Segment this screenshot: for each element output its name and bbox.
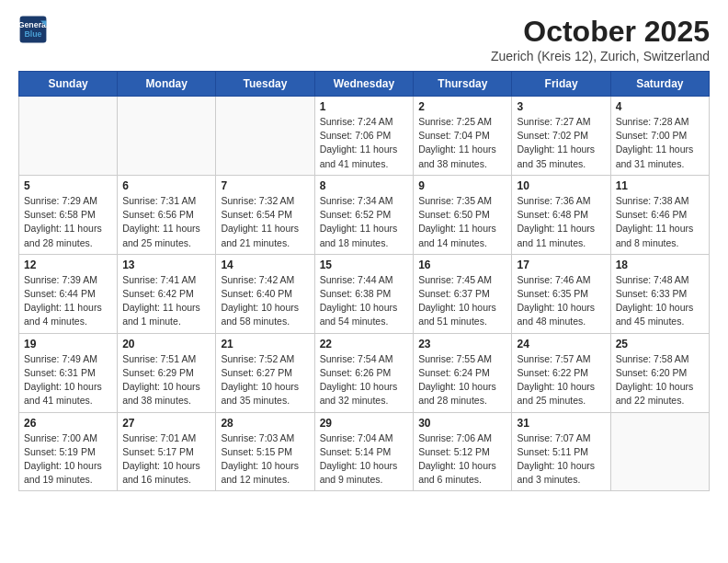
day-info: Sunrise: 7:45 AMSunset: 6:37 PMDaylight:… bbox=[418, 273, 506, 329]
day-info: Sunrise: 7:36 AMSunset: 6:48 PMDaylight:… bbox=[517, 194, 605, 250]
col-friday: Friday bbox=[512, 72, 610, 97]
calendar-cell: 10Sunrise: 7:36 AMSunset: 6:48 PMDayligh… bbox=[512, 175, 610, 254]
calendar-cell: 29Sunrise: 7:04 AMSunset: 5:14 PMDayligh… bbox=[314, 412, 414, 491]
location: Zuerich (Kreis 12), Zurich, Switzerland bbox=[491, 49, 710, 63]
calendar-cell: 13Sunrise: 7:41 AMSunset: 6:42 PMDayligh… bbox=[118, 254, 216, 333]
calendar-cell: 15Sunrise: 7:44 AMSunset: 6:38 PMDayligh… bbox=[314, 254, 414, 333]
day-info: Sunrise: 7:04 AMSunset: 5:14 PMDaylight:… bbox=[320, 431, 409, 488]
day-info: Sunrise: 7:28 AMSunset: 7:00 PMDaylight:… bbox=[616, 115, 704, 171]
day-number: 4 bbox=[616, 100, 704, 113]
day-number: 22 bbox=[320, 338, 409, 350]
day-info: Sunrise: 7:38 AMSunset: 6:46 PMDaylight:… bbox=[616, 194, 704, 250]
day-number: 1 bbox=[320, 100, 409, 113]
day-number: 30 bbox=[418, 417, 506, 430]
col-thursday: Thursday bbox=[414, 72, 512, 97]
calendar-cell: 1Sunrise: 7:24 AMSunset: 7:06 PMDaylight… bbox=[314, 97, 414, 176]
day-number: 8 bbox=[320, 179, 409, 192]
day-info: Sunrise: 7:57 AMSunset: 6:22 PMDaylight:… bbox=[517, 352, 605, 408]
day-number: 10 bbox=[517, 179, 605, 192]
day-number: 3 bbox=[517, 100, 605, 113]
calendar-week-3: 12Sunrise: 7:39 AMSunset: 6:44 PMDayligh… bbox=[19, 254, 710, 333]
day-info: Sunrise: 7:46 AMSunset: 6:35 PMDaylight:… bbox=[517, 273, 605, 329]
title-area: October 2025 Zuerich (Kreis 12), Zurich,… bbox=[491, 15, 710, 63]
calendar-cell: 26Sunrise: 7:00 AMSunset: 5:19 PMDayligh… bbox=[19, 412, 118, 491]
day-number: 9 bbox=[418, 179, 506, 192]
calendar-cell: 23Sunrise: 7:55 AMSunset: 6:24 PMDayligh… bbox=[414, 333, 512, 412]
calendar-cell: 7Sunrise: 7:32 AMSunset: 6:54 PMDaylight… bbox=[216, 175, 314, 254]
day-info: Sunrise: 7:07 AMSunset: 5:11 PMDaylight:… bbox=[517, 431, 605, 488]
day-info: Sunrise: 7:54 AMSunset: 6:26 PMDaylight:… bbox=[320, 352, 409, 408]
day-number: 17 bbox=[517, 259, 605, 271]
calendar-cell: 22Sunrise: 7:54 AMSunset: 6:26 PMDayligh… bbox=[314, 333, 414, 412]
calendar-cell: 20Sunrise: 7:51 AMSunset: 6:29 PMDayligh… bbox=[118, 333, 216, 412]
col-monday: Monday bbox=[118, 72, 216, 97]
svg-text:Blue: Blue bbox=[24, 29, 41, 39]
day-info: Sunrise: 7:49 AMSunset: 6:31 PMDaylight:… bbox=[24, 352, 112, 408]
calendar-cell: 6Sunrise: 7:31 AMSunset: 6:56 PMDaylight… bbox=[118, 175, 216, 254]
calendar-cell: 28Sunrise: 7:03 AMSunset: 5:15 PMDayligh… bbox=[216, 412, 314, 491]
day-info: Sunrise: 7:03 AMSunset: 5:15 PMDaylight:… bbox=[221, 431, 309, 488]
calendar-cell bbox=[216, 97, 314, 176]
day-info: Sunrise: 7:06 AMSunset: 5:12 PMDaylight:… bbox=[418, 431, 506, 488]
calendar-cell: 16Sunrise: 7:45 AMSunset: 6:37 PMDayligh… bbox=[414, 254, 512, 333]
calendar-cell bbox=[610, 412, 709, 491]
day-info: Sunrise: 7:39 AMSunset: 6:44 PMDaylight:… bbox=[24, 273, 112, 329]
day-info: Sunrise: 7:24 AMSunset: 7:06 PMDaylight:… bbox=[320, 115, 409, 171]
calendar-cell bbox=[19, 97, 118, 176]
day-info: Sunrise: 7:01 AMSunset: 5:17 PMDaylight:… bbox=[122, 431, 210, 488]
col-sunday: Sunday bbox=[19, 72, 118, 97]
calendar-cell: 12Sunrise: 7:39 AMSunset: 6:44 PMDayligh… bbox=[19, 254, 118, 333]
day-info: Sunrise: 7:41 AMSunset: 6:42 PMDaylight:… bbox=[122, 273, 210, 329]
col-saturday: Saturday bbox=[610, 72, 709, 97]
calendar-cell: 3Sunrise: 7:27 AMSunset: 7:02 PMDaylight… bbox=[512, 97, 610, 176]
month-title: October 2025 bbox=[491, 15, 710, 49]
day-number: 16 bbox=[418, 259, 506, 271]
day-info: Sunrise: 7:52 AMSunset: 6:27 PMDaylight:… bbox=[221, 352, 309, 408]
calendar-table: Sunday Monday Tuesday Wednesday Thursday… bbox=[18, 71, 710, 491]
calendar-cell: 8Sunrise: 7:34 AMSunset: 6:52 PMDaylight… bbox=[314, 175, 414, 254]
calendar-week-1: 1Sunrise: 7:24 AMSunset: 7:06 PMDaylight… bbox=[19, 97, 710, 176]
calendar-cell: 30Sunrise: 7:06 AMSunset: 5:12 PMDayligh… bbox=[414, 412, 512, 491]
page-header: General Blue October 2025 Zuerich (Kreis… bbox=[18, 15, 710, 63]
day-number: 25 bbox=[616, 338, 704, 350]
day-number: 2 bbox=[418, 100, 506, 113]
col-tuesday: Tuesday bbox=[216, 72, 314, 97]
day-info: Sunrise: 7:51 AMSunset: 6:29 PMDaylight:… bbox=[122, 352, 210, 408]
calendar-week-5: 26Sunrise: 7:00 AMSunset: 5:19 PMDayligh… bbox=[19, 412, 710, 491]
day-info: Sunrise: 7:35 AMSunset: 6:50 PMDaylight:… bbox=[418, 194, 506, 250]
calendar-cell: 18Sunrise: 7:48 AMSunset: 6:33 PMDayligh… bbox=[610, 254, 709, 333]
day-info: Sunrise: 7:25 AMSunset: 7:04 PMDaylight:… bbox=[418, 115, 506, 171]
day-info: Sunrise: 7:55 AMSunset: 6:24 PMDaylight:… bbox=[418, 352, 506, 408]
day-number: 27 bbox=[122, 417, 210, 430]
day-number: 29 bbox=[320, 417, 409, 430]
calendar-cell: 11Sunrise: 7:38 AMSunset: 6:46 PMDayligh… bbox=[610, 175, 709, 254]
calendar-week-2: 5Sunrise: 7:29 AMSunset: 6:58 PMDaylight… bbox=[19, 175, 710, 254]
day-number: 5 bbox=[24, 179, 112, 192]
day-info: Sunrise: 7:42 AMSunset: 6:40 PMDaylight:… bbox=[221, 273, 309, 329]
calendar-cell: 31Sunrise: 7:07 AMSunset: 5:11 PMDayligh… bbox=[512, 412, 610, 491]
day-info: Sunrise: 7:58 AMSunset: 6:20 PMDaylight:… bbox=[616, 352, 704, 408]
day-number: 23 bbox=[418, 338, 506, 350]
day-number: 13 bbox=[122, 259, 210, 271]
calendar-header-row: Sunday Monday Tuesday Wednesday Thursday… bbox=[19, 72, 710, 97]
calendar-cell bbox=[118, 97, 216, 176]
day-number: 21 bbox=[221, 338, 309, 350]
day-number: 11 bbox=[616, 179, 704, 192]
day-info: Sunrise: 7:29 AMSunset: 6:58 PMDaylight:… bbox=[24, 194, 112, 250]
day-info: Sunrise: 7:32 AMSunset: 6:54 PMDaylight:… bbox=[221, 194, 309, 250]
day-info: Sunrise: 7:34 AMSunset: 6:52 PMDaylight:… bbox=[320, 194, 409, 250]
day-number: 19 bbox=[24, 338, 112, 350]
day-number: 14 bbox=[221, 259, 309, 271]
logo-icon: General Blue bbox=[18, 15, 48, 44]
day-number: 12 bbox=[24, 259, 112, 271]
day-info: Sunrise: 7:00 AMSunset: 5:19 PMDaylight:… bbox=[24, 431, 112, 488]
calendar-cell: 14Sunrise: 7:42 AMSunset: 6:40 PMDayligh… bbox=[216, 254, 314, 333]
calendar-cell: 21Sunrise: 7:52 AMSunset: 6:27 PMDayligh… bbox=[216, 333, 314, 412]
calendar-cell: 27Sunrise: 7:01 AMSunset: 5:17 PMDayligh… bbox=[118, 412, 216, 491]
calendar-cell: 19Sunrise: 7:49 AMSunset: 6:31 PMDayligh… bbox=[19, 333, 118, 412]
calendar-week-4: 19Sunrise: 7:49 AMSunset: 6:31 PMDayligh… bbox=[19, 333, 710, 412]
calendar-cell: 25Sunrise: 7:58 AMSunset: 6:20 PMDayligh… bbox=[610, 333, 709, 412]
day-info: Sunrise: 7:48 AMSunset: 6:33 PMDaylight:… bbox=[616, 273, 704, 329]
calendar-cell: 17Sunrise: 7:46 AMSunset: 6:35 PMDayligh… bbox=[512, 254, 610, 333]
day-info: Sunrise: 7:27 AMSunset: 7:02 PMDaylight:… bbox=[517, 115, 605, 171]
